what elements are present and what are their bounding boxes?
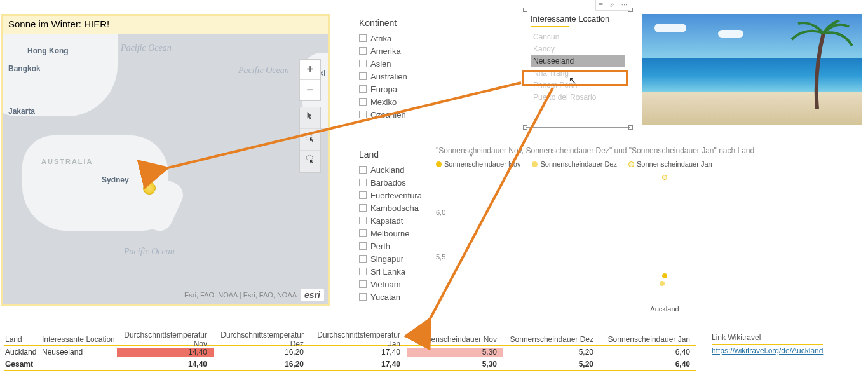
link-visual: Link Wikitravel https://wikitravel.org/d…: [712, 333, 823, 355]
col-header[interactable]: Sonnenscheindauer Jan: [600, 335, 696, 344]
slicer-location: ≡ ⬀ ··· Interessante Location CancunKand…: [526, 10, 630, 128]
checkbox-icon: [359, 179, 367, 186]
image-visual: [642, 14, 862, 125]
slicer-item-label: Asien: [370, 59, 391, 69]
country-label: AUSTRALIA: [41, 158, 93, 165]
location-item[interactable]: Cancun: [531, 31, 625, 43]
slicer-item-label: Melbourne: [370, 229, 409, 238]
col-header[interactable]: Durchschnittstemperatur Dez: [214, 331, 310, 348]
checkbox-icon: [359, 242, 367, 250]
slicer-item-label: Yucatan: [370, 292, 400, 302]
lasso-select-button[interactable]: [300, 151, 320, 172]
slicer-item-label: Kapstadt: [370, 216, 403, 226]
data-point[interactable]: [662, 273, 667, 278]
col-header[interactable]: Sonnenscheindauer Dez: [503, 335, 600, 344]
col-header[interactable]: Durchschnittstemperatur Nov: [117, 331, 214, 348]
y-tick: 5,5: [436, 253, 445, 261]
zoom-controls: + −: [299, 59, 321, 101]
slicer-item-label: Fuerteventura: [370, 191, 422, 200]
map-visual: Sonne im Winter: HIER! Pacific Ocean Pac…: [1, 14, 330, 306]
y-tick: 6,0: [436, 208, 445, 216]
link-header: Link Wikitravel: [712, 333, 823, 345]
slicer-kontinent: Kontinent AfrikaAmerikaAsienAustralienEu…: [359, 18, 473, 121]
slicer-item[interactable]: Asien: [359, 57, 473, 70]
slicer-item[interactable]: Afrika: [359, 32, 473, 44]
slicer-title: Interessante Location: [526, 10, 630, 25]
slicer-item-label: Perth: [370, 242, 390, 251]
visual-toolbar: ≡ ⬀ ···: [595, 0, 630, 11]
table-total-row: Gesamt 14,40 16,20 17,40 5,30 5,20 6,40: [4, 358, 696, 371]
ocean-label: Pacific Ocean: [238, 65, 289, 76]
slicer-item[interactable]: Europa: [359, 83, 473, 95]
col-header[interactable]: Land: [4, 335, 42, 344]
esri-logo: esri: [301, 289, 324, 301]
location-item[interactable]: Puerto del Rosario: [531, 92, 625, 104]
checkbox-icon: [359, 191, 367, 199]
city-label: Bangkok: [8, 64, 41, 73]
map-marker[interactable]: [143, 182, 156, 194]
checkbox-icon: [359, 34, 367, 42]
checkbox-icon: [359, 47, 367, 55]
slicer-item-label: Australien: [370, 72, 407, 81]
checkbox-icon: [359, 293, 367, 301]
slicer-item[interactable]: Ozeanien: [359, 108, 473, 121]
legend-dot-icon: [532, 161, 538, 167]
slicer-item[interactable]: Australien: [359, 70, 473, 83]
slicer-item[interactable]: Amerika: [359, 44, 473, 57]
checkbox-icon: [359, 72, 367, 80]
slicer-title: Kontinent: [359, 18, 473, 28]
rect-select-button[interactable]: [300, 129, 320, 151]
location-item[interactable]: Kandy: [531, 43, 625, 55]
data-point[interactable]: [662, 175, 667, 180]
svg-point-1: [306, 156, 313, 160]
data-point[interactable]: [660, 281, 665, 286]
map-tools: [299, 107, 321, 173]
legend-dot-icon: [436, 161, 442, 167]
table-header-row: Land Interessante Location Durchschnitts…: [4, 333, 696, 346]
checkbox-icon: [359, 85, 367, 93]
focus-icon[interactable]: ⬀: [609, 1, 615, 9]
location-item[interactable]: Neuseeland: [531, 55, 625, 67]
slicer-item-label: Sri Lanka: [370, 267, 405, 276]
chart-visual[interactable]: "Sonnenscheindauer Nov, Sonnenscheindaue…: [436, 146, 862, 324]
zoom-in-button[interactable]: +: [300, 60, 320, 80]
slicer-item-label: Singapur: [370, 254, 403, 264]
slicer-item-label: Barbados: [370, 178, 406, 188]
zoom-out-button[interactable]: −: [300, 80, 320, 100]
slicer-item-label: Amerika: [370, 46, 401, 56]
col-header[interactable]: Interessante Location: [42, 335, 117, 344]
checkbox-icon: [359, 204, 367, 212]
slicer-item-label: Europa: [370, 85, 397, 94]
pointer-tool-button[interactable]: [300, 107, 320, 129]
col-header[interactable]: Sonnenscheindauer Nov: [407, 335, 503, 344]
checkbox-icon: [359, 98, 367, 106]
checkbox-icon: [359, 268, 367, 275]
checkbox-icon: [359, 217, 367, 224]
city-label: Jakarta: [8, 107, 35, 116]
grip-icon[interactable]: ≡: [599, 1, 602, 9]
slicer-item-label: Ozeanien: [370, 110, 406, 119]
checkbox-icon: [359, 280, 367, 288]
more-icon[interactable]: ···: [621, 1, 627, 9]
checkbox-icon: [359, 229, 367, 237]
map-attribution: Esri, FAO, NOAA | Esri, FAO, NOAA esri: [184, 289, 324, 301]
slicer-item[interactable]: Mexiko: [359, 95, 473, 108]
city-label: Hong Kong: [27, 46, 69, 55]
chart-legend: Sonnenscheindauer Nov Sonnenscheindauer …: [436, 160, 862, 168]
map-canvas[interactable]: Pacific Ocean Pacific Ocean Pacific Ocea…: [3, 34, 328, 304]
table-row[interactable]: Auckland Neuseeland 14,40 16,20 17,40 5,…: [4, 346, 696, 358]
col-header[interactable]: Durchschnittstemperatur Jan: [310, 331, 407, 348]
ocean-label: Pacific Ocean: [121, 43, 172, 53]
slicer-item-label: Mexiko: [370, 97, 397, 107]
checkbox-icon: [359, 60, 367, 67]
checkbox-icon: [359, 255, 367, 263]
ocean-label: Pacific Ocean: [124, 247, 175, 257]
data-table[interactable]: Land Interessante Location Durchschnitts…: [4, 333, 696, 371]
cursor-icon: ↖: [569, 75, 576, 85]
slicer-item-label: Afrika: [370, 34, 391, 43]
legend-dot-icon: [628, 161, 634, 167]
checkbox-icon: [359, 111, 367, 118]
wikitravel-link[interactable]: https://wikitravel.org/de/Auckland: [712, 346, 823, 355]
title-underline: [531, 26, 569, 27]
map-title: Sonne im Winter: HIER!: [3, 16, 328, 34]
